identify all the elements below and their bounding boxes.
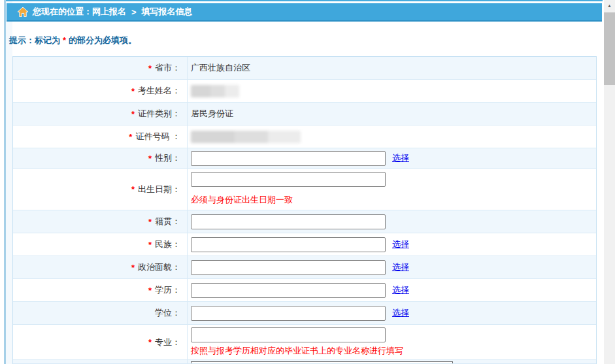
gender-input[interactable]	[191, 151, 386, 166]
breadcrumb-link-online-registration[interactable]: 网上报名	[92, 6, 126, 18]
value-id-type: 居民身份证	[188, 103, 596, 125]
label-text: 出生日期：	[138, 184, 180, 195]
label-id-type: *证件类别：	[13, 103, 188, 125]
value-gender: 选择	[188, 148, 596, 168]
value-major: 按照与报考学历相对应的毕业证书上的专业名称进行填写	[188, 325, 596, 359]
label-text: 性别：	[155, 152, 180, 164]
label-province: *省市：	[13, 57, 188, 79]
label-text: 学历：	[155, 284, 180, 296]
form-row-political-status: *政治面貌：选择	[13, 256, 596, 279]
top-border-line	[6, 0, 603, 1]
label-political-status: *政治面貌：	[13, 256, 188, 278]
form-row-gender: *性别：选择	[13, 148, 596, 169]
breadcrumb-bar: 您现在的位置： 网上报名 > 填写报名信息	[7, 3, 602, 22]
form-row-education: *学历：选择	[13, 279, 596, 302]
value-province: 广西壮族自治区	[188, 57, 596, 79]
label-candidate-name: *考生姓名：	[13, 80, 188, 102]
birth-date-note: 必须与身份证出生日期一致	[191, 194, 293, 206]
label-education: *学历：	[13, 279, 188, 301]
value-education: 选择	[188, 279, 596, 301]
value-candidate-name	[188, 80, 596, 102]
label-text: 考生姓名：	[138, 85, 180, 97]
required-star: *	[148, 337, 152, 347]
ethnicity-input[interactable]	[191, 237, 386, 252]
label-id-number: *证件号码 ：	[13, 125, 188, 148]
scrollbar-thumb[interactable]	[604, 12, 615, 85]
required-star: *	[148, 240, 152, 250]
education-input[interactable]	[191, 283, 386, 298]
id-type-value-text: 居民身份证	[191, 108, 233, 120]
required-fields-hint: 提示：标记为*的部分为必填项。	[9, 35, 137, 46]
value-native-place	[188, 210, 596, 233]
political-status-input[interactable]	[191, 260, 386, 275]
label-text: 学位：	[155, 307, 180, 319]
label-text: 民族：	[155, 239, 180, 250]
vertical-scrollbar[interactable]: ▲	[604, 0, 615, 364]
registration-form-table: *省市：广西壮族自治区*考生姓名：*证件类别：居民身份证*证件号码 ：*性别：选…	[12, 56, 597, 364]
gender-select-link[interactable]: 选择	[392, 152, 409, 164]
form-row-candidate-name: *考生姓名：	[13, 80, 596, 103]
education-select-link[interactable]: 选择	[392, 284, 409, 296]
political-status-select-link[interactable]: 选择	[392, 261, 409, 273]
major-note: 按照与报考学历相对应的毕业证书上的专业名称进行填写	[191, 345, 403, 357]
label-native-place: *籍贯：	[13, 210, 188, 233]
scrollbar-up-icon[interactable]: ▲	[604, 0, 615, 11]
label-text: 证件号码 ：	[135, 131, 180, 142]
label-gender: *性别：	[13, 148, 188, 168]
degree-input[interactable]	[191, 306, 386, 321]
form-row-province: *省市：广西壮族自治区	[13, 57, 596, 80]
form-row-native-place: *籍贯：	[13, 210, 596, 233]
label-text: 籍贯：	[155, 216, 180, 227]
province-value-text: 广西壮族自治区	[191, 62, 250, 74]
id-number-masked-value	[191, 131, 301, 143]
major-input[interactable]	[191, 327, 386, 342]
required-star: *	[131, 86, 135, 96]
left-border-line	[4, 0, 6, 364]
value-ethnicity: 选择	[188, 233, 596, 256]
label-ethnicity: *民族：	[13, 233, 188, 256]
value-political-status: 选择	[188, 256, 596, 278]
candidate-name-masked-value	[191, 85, 239, 97]
hint-before-star: 标记为	[35, 35, 60, 45]
ethnicity-select-link[interactable]: 选择	[392, 239, 409, 250]
hint-prefix: 提示：	[9, 35, 35, 45]
required-star: *	[148, 286, 152, 295]
breadcrumb-location-label: 您现在的位置：	[33, 6, 92, 18]
value-id-number	[188, 125, 596, 148]
native-place-input[interactable]	[191, 214, 386, 229]
hint-after-star: 的部分为必填项。	[69, 35, 137, 45]
value-next-field	[188, 360, 596, 363]
form-row-degree: 学位：选择	[13, 302, 596, 325]
birth-date-input[interactable]	[191, 172, 386, 187]
form-row-major: *专业：按照与报考学历相对应的毕业证书上的专业名称进行填写	[13, 325, 596, 360]
label-birth-date: *出生日期：	[13, 169, 188, 210]
label-text: 政治面貌：	[138, 261, 180, 273]
label-text: 专业：	[155, 337, 180, 348]
form-row-next-field	[13, 360, 596, 364]
home-icon	[18, 7, 28, 17]
label-next-field	[13, 360, 188, 363]
required-star: *	[131, 109, 135, 119]
breadcrumb-separator: >	[131, 7, 137, 17]
label-text: 省市：	[155, 62, 180, 74]
required-star: *	[131, 263, 135, 273]
value-degree: 选择	[188, 302, 596, 324]
value-birth-date: 必须与身份证出生日期一致	[188, 169, 596, 210]
label-text: 证件类别：	[138, 108, 180, 120]
form-row-birth-date: *出生日期：必须与身份证出生日期一致	[13, 169, 596, 210]
form-row-id-number: *证件号码 ：	[13, 125, 596, 148]
required-star: *	[131, 184, 135, 194]
label-major: *专业：	[13, 325, 188, 359]
hint-required-star: *	[63, 35, 66, 45]
next-field-input-partial[interactable]	[191, 361, 453, 363]
required-star: *	[148, 217, 152, 227]
left-margin-strip	[6, 0, 12, 364]
required-star: *	[148, 63, 152, 73]
form-row-ethnicity: *民族：选择	[13, 233, 596, 256]
required-star: *	[129, 132, 132, 142]
form-row-id-type: *证件类别：居民身份证	[13, 103, 596, 125]
breadcrumb-current-page: 填写报名信息	[142, 6, 193, 18]
required-star: *	[148, 154, 152, 163]
label-degree: 学位：	[13, 302, 188, 324]
degree-select-link[interactable]: 选择	[392, 307, 409, 319]
